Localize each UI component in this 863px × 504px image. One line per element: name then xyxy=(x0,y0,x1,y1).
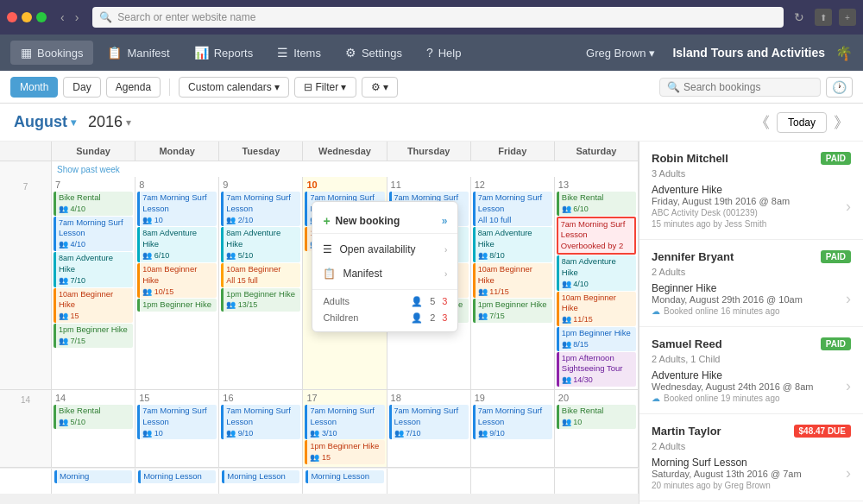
robin-chevron[interactable]: › xyxy=(846,198,851,216)
day-aug8[interactable]: 8 7am Morning Surf Lesson👥 10 8am Advent… xyxy=(135,177,219,389)
year-dropdown-icon[interactable]: ▾ xyxy=(126,117,131,129)
event-aug7-surf[interactable]: 7am Morning Surf Lesson👥 4/10 xyxy=(54,217,133,251)
custom-calendars-button[interactable]: Custom calendars ▾ xyxy=(179,77,289,98)
day-aug13[interactable]: 13 Bike Rental👥 6/10 7am Morning Surf Le… xyxy=(555,177,639,389)
bottom-event-0[interactable]: Morning xyxy=(54,470,132,483)
event-aug7-pm[interactable]: 1pm Beginner Hike👥 7/15 xyxy=(54,324,133,348)
minimize-button[interactable] xyxy=(22,12,32,22)
event-aug12-beg[interactable]: 10am Beginner Hike👥 11/15 xyxy=(473,263,552,298)
event-aug19-surf[interactable]: 7am Morning Surf Lesson👥 9/10 xyxy=(473,405,552,439)
event-aug17-beg[interactable]: 1pm Beginner Hike👥 15 xyxy=(305,440,384,464)
sunday-header: Sunday xyxy=(52,142,135,161)
event-aug12-pm[interactable]: 1pm Beginner Hike👥 7/15 xyxy=(473,299,552,323)
clock-button[interactable]: 🕐 xyxy=(826,77,853,98)
filter-button[interactable]: ⊟ Filter ▾ xyxy=(294,77,356,98)
day-aug9[interactable]: 9 7am Morning Surf Lesson👥 2/10 8am Adve… xyxy=(219,177,303,389)
close-button[interactable] xyxy=(7,12,17,22)
week-num-0 xyxy=(0,161,52,177)
brand-name: Island Tours and Activities xyxy=(672,46,825,60)
open-availability-item[interactable]: ☰ Open availability › xyxy=(312,237,457,261)
event-aug8-surf[interactable]: 7am Morning Surf Lesson👥 10 xyxy=(137,192,217,226)
event-aug9-hike[interactable]: 8am AdventureHike👥 5/10 xyxy=(221,227,300,261)
agenda-view-button[interactable]: Agenda xyxy=(106,77,161,98)
booking-samuel-badge: PAID xyxy=(821,337,851,350)
event-aug20-bike[interactable]: Bike Rental👥 10 xyxy=(557,405,636,429)
nav-reports[interactable]: 📊 Reports xyxy=(184,41,264,65)
nav-help[interactable]: ? Help xyxy=(416,41,472,65)
booking-martin-date: Saturday, August 13th 2016 @ 7am xyxy=(652,469,846,479)
day-view-button[interactable]: Day xyxy=(63,77,100,98)
day-aug15[interactable]: 15 7am Morning Surf Lesson👥 10 xyxy=(135,390,219,467)
event-aug13-surf[interactable]: 7am Morning Surf LessonOverbooked by 2 xyxy=(557,217,636,255)
day-num-13: 13 xyxy=(557,179,636,191)
event-aug13-hike[interactable]: 8am Adventure Hike👥 4/10 xyxy=(557,255,636,290)
search-input[interactable] xyxy=(683,81,813,93)
prev-month-button[interactable]: 《 xyxy=(754,112,770,133)
month-dropdown-icon[interactable]: ▾ xyxy=(71,117,76,129)
address-bar[interactable]: 🔍 Search or enter website name xyxy=(92,7,784,28)
event-aug9-beg[interactable]: 10am BeginnerAll 15 full xyxy=(221,263,300,287)
day-aug12[interactable]: 12 7am Morning Surf LessonAll 10 full 8a… xyxy=(471,177,555,389)
event-aug14-bike[interactable]: Bike Rental👥 5/10 xyxy=(54,405,133,429)
event-aug9-surf[interactable]: 7am Morning Surf Lesson👥 2/10 xyxy=(221,192,300,226)
day-aug18[interactable]: 18 7am Morning Surf Lesson👥 7/10 xyxy=(387,390,471,467)
nav-items[interactable]: ☰ Items xyxy=(267,41,331,65)
back-button[interactable]: ‹ xyxy=(57,9,68,26)
month-view-button[interactable]: Month xyxy=(10,77,58,98)
event-aug8-pm[interactable]: 1pm Beginner Hike xyxy=(137,299,217,312)
day-aug19[interactable]: 19 7am Morning Surf Lesson👥 9/10 xyxy=(471,390,555,467)
new-tab-button[interactable]: + xyxy=(839,9,856,26)
event-aug7-bike[interactable]: Bike Rental👥 4/10 xyxy=(54,192,133,216)
next-month-button[interactable]: 》 xyxy=(834,112,849,133)
day-headers: Sunday Monday Tuesday Wednesday Thursday… xyxy=(0,142,639,161)
jennifer-chevron[interactable]: › xyxy=(846,290,851,308)
event-aug16-surf[interactable]: 7am Morning Surf Lesson👥 9/10 xyxy=(221,405,300,439)
day-aug20[interactable]: 20 Bike Rental👥 10 xyxy=(555,390,639,467)
day-aug10[interactable]: 10 7am Morning Surf Lesson👥 2/10 1pm Beg… xyxy=(303,177,387,389)
search-icon: 🔍 xyxy=(667,81,680,93)
day-aug14[interactable]: 14 Bike Rental👥 5/10 xyxy=(52,390,135,467)
new-booking-dropdown: + New booking » ☰ Open availability › 📋 … xyxy=(312,201,458,332)
booking-robin-activity: Adventure Hike Friday, August 19th 2016 … xyxy=(652,184,851,229)
bottom-col5 xyxy=(471,469,555,494)
event-aug13-beg[interactable]: 10am Beginner Hike👥 11/15 xyxy=(557,292,636,326)
bottom-event-3[interactable]: Morning Lesson xyxy=(306,470,383,483)
nav-bookings[interactable]: ▦ Bookings xyxy=(10,41,93,65)
event-aug8-beg[interactable]: 10am Beginner Hike👥 10/15 xyxy=(137,263,217,298)
plus-icon: + xyxy=(323,214,330,228)
event-aug12-surf[interactable]: 7am Morning Surf LessonAll 10 full xyxy=(473,192,552,226)
martin-chevron[interactable]: › xyxy=(846,464,851,482)
user-menu[interactable]: Greg Brown ▾ xyxy=(586,47,655,60)
event-aug9-pm[interactable]: 1pm Beginner Hike👥 13/15 xyxy=(221,288,300,312)
event-aug7-hike[interactable]: 8am Adventure Hike👥 7/10 xyxy=(54,252,133,287)
reload-button[interactable]: ↻ xyxy=(794,10,804,24)
day-aug7[interactable]: 7 Bike Rental👥 4/10 7am Morning Surf Les… xyxy=(52,177,135,389)
day-num-20: 20 xyxy=(557,392,636,404)
nav-manifest[interactable]: 📋 Manifest xyxy=(97,41,180,65)
day-aug17[interactable]: 17 7am Morning Surf Lesson👥 3/10 1pm Beg… xyxy=(303,390,387,467)
event-aug17-surf[interactable]: 7am Morning Surf Lesson👥 3/10 xyxy=(305,405,384,439)
show-past-week-link[interactable]: Show past week xyxy=(54,164,123,175)
share-button[interactable]: ⬆ xyxy=(815,9,832,26)
event-aug13-bike[interactable]: Bike Rental👥 6/10 xyxy=(557,192,636,216)
bottom-event-2[interactable]: Morning Lesson xyxy=(222,470,299,483)
event-aug13-tour[interactable]: 1pm Afternoon Sightseeing Tour👥 14/30 xyxy=(557,352,636,387)
settings-dropdown-button[interactable]: ⚙ ▾ xyxy=(362,77,398,98)
samuel-chevron[interactable]: › xyxy=(846,377,851,395)
maximize-button[interactable] xyxy=(36,12,47,22)
search-box[interactable]: 🔍 xyxy=(659,78,821,97)
event-aug8-hike[interactable]: 8am Adventure Hike👥 6/10 xyxy=(137,227,217,261)
event-aug12-hike[interactable]: 8am Adventure Hike👥 8/10 xyxy=(473,227,552,261)
manifest-item[interactable]: 📋 Manifest › xyxy=(312,261,457,286)
event-aug7-beg[interactable]: 10am Beginner Hike👥 15 xyxy=(54,288,133,323)
bottom-col1: Morning Lesson xyxy=(135,469,219,494)
booking-robin-name: Robin Mitchell xyxy=(652,152,728,165)
event-aug18-surf[interactable]: 7am Morning Surf Lesson👥 7/10 xyxy=(389,405,469,439)
today-button[interactable]: Today xyxy=(777,112,827,133)
day-aug16[interactable]: 16 7am Morning Surf Lesson👥 9/10 xyxy=(219,390,303,467)
event-aug13-sig[interactable]: 1pm Beginner Hike👥 8/15 xyxy=(557,327,636,351)
forward-button[interactable]: › xyxy=(72,9,83,26)
event-aug15-surf[interactable]: 7am Morning Surf Lesson👥 10 xyxy=(137,405,217,439)
nav-settings[interactable]: ⚙ Settings xyxy=(335,41,413,65)
bottom-event-1[interactable]: Morning Lesson xyxy=(138,470,216,483)
